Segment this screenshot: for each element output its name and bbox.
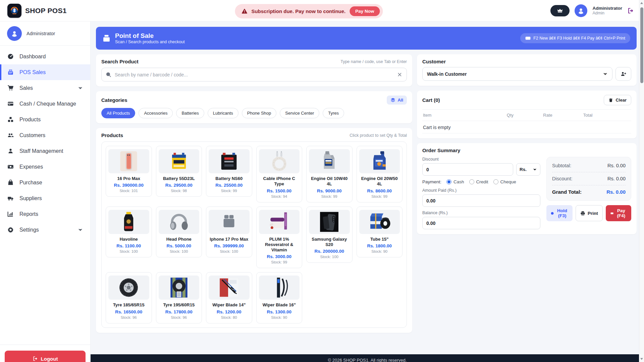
category-chip-batteries[interactable]: Batteries	[176, 108, 204, 118]
pay-button[interactable]: Pay (F4)	[606, 205, 631, 221]
page-subtitle: Scan / Search products and checkout	[115, 40, 185, 44]
cart-column-item: Item	[423, 113, 507, 118]
payment-options: Cash Credit Cheque	[446, 179, 516, 184]
sidebar-item-purchase[interactable]: Purchase	[0, 175, 90, 190]
amount-paid-label: Amount Paid (Rs.)	[422, 188, 540, 193]
product-card-tyre-195-60r15[interactable]: Tyre 195/60R15 Rs. 17800.00 Stock: 96	[156, 272, 202, 323]
sidebar-item-staff-management[interactable]: Staff Management	[0, 143, 90, 159]
sidebar-item-pos-sales[interactable]: POS Sales	[0, 64, 90, 80]
vertical-scrollbar[interactable]	[639, 0, 644, 362]
amount-paid-input[interactable]	[422, 194, 540, 207]
product-card-head-phone[interactable]: Head Phone Rs. 5000.00 Stock: 100	[156, 206, 202, 257]
printer-icon	[580, 211, 585, 216]
scroll-up-arrow[interactable]	[640, 2, 643, 4]
product-card-battery-ns60[interactable]: Battery NS60 Rs. 25500.00 Stock: 99	[206, 146, 252, 197]
sidebar-item-cash-cheque-manage[interactable]: Cash / Cheque Manage	[0, 96, 90, 112]
user-avatar[interactable]	[575, 4, 587, 17]
product-card-plum-1-resveratrol-vitamin[interactable]: PLUM 1% Resveratrol & Vitamin Rs. 3000.0…	[256, 206, 303, 268]
category-chip-phone-shop[interactable]: Phone Shop	[242, 108, 277, 118]
product-image	[259, 276, 300, 300]
product-price: Rs. 17800.00	[159, 309, 200, 314]
hold-button[interactable]: Hold (F3)	[546, 205, 573, 221]
product-image	[259, 149, 300, 173]
product-stock: Stock: 96	[108, 315, 149, 319]
sidebar-item-label: Expenses	[19, 164, 43, 170]
person-plus-icon	[621, 71, 626, 77]
payment-radio-credit[interactable]: Credit	[469, 179, 488, 184]
product-price: Rs. 25500.00	[209, 183, 250, 188]
sidebar-item-sales[interactable]: Sales	[0, 80, 90, 96]
category-chip-tyres[interactable]: Tyres	[323, 108, 344, 118]
products-hint: Click product to set Qty & Total	[350, 133, 407, 138]
add-customer-button[interactable]	[615, 67, 631, 81]
sidebar-item-products[interactable]: Products	[0, 112, 90, 127]
categories-title: Categories	[101, 97, 127, 103]
product-price: Rs. 1200.00	[209, 309, 250, 314]
subscription-alert-text: Subscription due. Pay now to continue.	[251, 8, 345, 14]
balance-input[interactable]	[422, 217, 540, 229]
product-card-samsung-galaxy-s20[interactable]: Samsung Galaxy S20 Rs. 200000.00 Stock: …	[306, 206, 353, 263]
product-price: Rs. 399999.00	[209, 243, 250, 248]
sidebar-item-expenses[interactable]: Expenses	[0, 159, 90, 175]
product-image	[108, 276, 149, 300]
sidebar-item-suppliers[interactable]: Suppliers	[0, 190, 90, 206]
category-chip-accessories[interactable]: Accessories	[139, 108, 173, 118]
sidebar-item-customers[interactable]: Customers	[0, 127, 90, 143]
clear-cart-button[interactable]: Clear	[604, 95, 631, 105]
logout-button[interactable]: Logout	[5, 351, 86, 362]
discount-input[interactable]	[422, 163, 513, 176]
product-image	[309, 210, 350, 234]
search-card: Search Product Type name / code, use Tab…	[96, 54, 412, 86]
product-stock: Stock: 98	[159, 189, 200, 193]
sidebar-item-settings[interactable]: Settings	[0, 222, 90, 238]
category-chip-lubricants[interactable]: Lubricants	[208, 108, 238, 118]
subscription-crown-button[interactable]	[550, 5, 570, 16]
product-card-tube-15[interactable]: Tube 15" Rs. 1800.00 Stock: 90	[357, 206, 403, 257]
discount-row-label: Discount:	[552, 176, 572, 181]
product-image	[359, 210, 400, 234]
all-categories-badge[interactable]: All	[387, 96, 407, 105]
sidebar-profile: Administrator	[0, 21, 90, 46]
payment-radio-cheque[interactable]: Cheque	[493, 179, 516, 184]
logout-icon[interactable]	[627, 7, 634, 14]
product-price: Rs. 8600.00	[359, 188, 400, 193]
money-icon	[610, 211, 613, 216]
warning-icon	[241, 8, 247, 14]
order-summary-title: Order Summary	[422, 147, 460, 153]
product-card-wiper-blade-16[interactable]: Wiper Blade 16" Rs. 1300.00 Stock: 90	[256, 272, 303, 323]
print-button[interactable]: Print	[576, 205, 603, 221]
product-card-battery-55d23l[interactable]: Battery 55D23L Rs. 29500.00 Stock: 98	[156, 146, 202, 197]
payment-radio-cash[interactable]: Cash	[446, 179, 464, 184]
totals-box: Subtotal: Rs. 0.00 Discount: Rs. 0.00 Gr…	[546, 157, 631, 201]
sidebar-footer: Logout	[0, 345, 90, 362]
customer-select[interactable]: Walk-in Customer	[422, 67, 612, 81]
pay-now-button[interactable]: Pay Now	[350, 6, 380, 16]
scroll-down-arrow[interactable]	[640, 358, 643, 360]
products-title: Products	[101, 132, 123, 138]
product-card-engine-oil-20w50-4l[interactable]: Engine Oil 20W50 4L Rs. 8600.00 Stock: 9…	[357, 146, 403, 202]
product-card-cable-iphone-c-type[interactable]: Cable iPhone C Type Rs. 1500.00 Stock: 9…	[256, 146, 303, 202]
product-card-havoline[interactable]: Havoline Rs. 1100.00 Stock: 100	[106, 206, 152, 257]
product-card-iphone-17-pro-max[interactable]: Iphone 17 Pro Max Rs. 399999.00 Stock: 1…	[206, 206, 252, 257]
product-card-wiper-blade-14[interactable]: Wiper Blade 14" Rs. 1200.00 Stock: 80	[206, 272, 252, 323]
product-image	[359, 149, 400, 173]
sidebar-item-label: Customers	[19, 132, 45, 138]
sidebar-item-dashboard[interactable]: Dashboard	[0, 49, 90, 64]
product-name: Battery 55D23L	[159, 176, 200, 181]
product-price: Rs. 9000.00	[309, 188, 350, 193]
register-icon	[7, 69, 14, 75]
search-input[interactable]	[101, 68, 407, 81]
clear-search-icon[interactable]	[397, 72, 402, 77]
dashboard-icon	[7, 53, 14, 60]
page-title: Point of Sale	[115, 32, 185, 40]
discount-currency-select[interactable]: Rs.	[516, 163, 540, 176]
product-card-engine-oil-10w40-4l[interactable]: Engine Oil 10W40 4L Rs. 9000.00 Stock: 9…	[306, 146, 353, 202]
product-card-16-pro-max[interactable]: 16 Pro Max Rs. 390000.00 Stock: 101	[106, 146, 152, 197]
product-card-tyre-185-65r15[interactable]: Tyre 185/65R15 Rs. 16500.00 Stock: 96	[106, 272, 152, 323]
sidebar-item-reports[interactable]: Reports	[0, 206, 90, 222]
category-chip-service-center[interactable]: Service Center	[280, 108, 319, 118]
category-chip-all-products[interactable]: All Products	[101, 108, 135, 118]
cardcash-icon	[7, 101, 14, 107]
crown-icon	[557, 8, 563, 13]
scrollbar-thumb[interactable]	[640, 7, 643, 83]
